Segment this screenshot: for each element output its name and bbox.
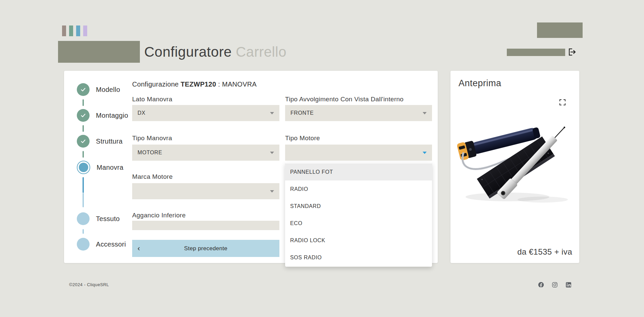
chevron-down-icon [270, 152, 274, 154]
social-links [538, 282, 572, 288]
menu-item-radio-lock[interactable]: RADIO LOCK [285, 232, 432, 249]
configuration-code: TEZWP120 [181, 81, 216, 88]
chevron-down-icon [423, 152, 427, 154]
step-connector [83, 151, 84, 158]
configuration-heading: Configurazione TEZWP120 : MANOVRA [132, 81, 257, 88]
sidebar-item-struttura[interactable]: Struttura [77, 135, 122, 148]
step-connector [83, 125, 84, 132]
configurator-page: Configuratore Carrello Modello Montaggio [0, 0, 644, 317]
logo-bars-icon [62, 25, 87, 36]
chevron-down-icon [423, 112, 427, 114]
tipo-motore-select[interactable] [285, 145, 432, 161]
check-icon [80, 112, 87, 119]
page-title-secondary: Carrello [236, 44, 286, 60]
menu-item-pannello-fot[interactable]: PANNELLO FOT [285, 163, 432, 180]
linkedin-icon[interactable] [566, 282, 572, 288]
step-label: Struttura [96, 138, 122, 145]
aggancio-inferiore-label: Aggancio Inferiore [132, 212, 279, 219]
step-label: Tessuto [96, 215, 120, 223]
tipo-avvolgimento-label: Tipo Avvolgimento Con Vista Dall'interno [285, 96, 432, 103]
step-connector [83, 229, 84, 234]
tipo-manovra-select[interactable]: MOTORE [132, 145, 279, 161]
check-icon [80, 138, 87, 145]
lato-manovra-select[interactable]: DX [132, 105, 279, 121]
step-active-circle [77, 161, 90, 174]
sidebar-item-accessori[interactable]: Accessori [77, 238, 126, 251]
sidebar-item-montaggio[interactable]: Montaggio [77, 109, 128, 122]
lato-manovra-label: Lato Manovra [132, 96, 279, 103]
preview-title: Anteprima [459, 78, 501, 89]
preview-card: Anteprima [450, 71, 579, 263]
sidebar-item-tessuto[interactable]: Tessuto [77, 212, 120, 225]
step-connector [83, 193, 84, 207]
step-completed-circle [77, 83, 90, 96]
step-label: Manovra [97, 164, 123, 171]
step-label: Montaggio [96, 112, 128, 119]
logo-placeholder [58, 41, 140, 63]
sidebar-item-manovra[interactable]: Manovra [77, 161, 123, 174]
step-upcoming-circle [77, 212, 90, 225]
step-precedente-button[interactable]: ‹ Step precedente [132, 240, 279, 257]
instagram-icon[interactable] [552, 282, 558, 288]
check-icon [80, 86, 87, 93]
chevron-left-icon: ‹ [138, 244, 140, 253]
step-completed-circle [77, 135, 90, 148]
step-completed-circle [77, 109, 90, 122]
tipo-motore-dropdown-menu: PANNELLO FOT RADIO STANDARD ECO RADIO LO… [285, 163, 432, 267]
copyright-text: ©2024 - CliqueSRL [69, 282, 109, 287]
sidebar-item-modello[interactable]: Modello [77, 83, 120, 96]
fullscreen-icon[interactable] [559, 99, 566, 106]
marca-motore-select[interactable] [132, 183, 279, 199]
page-title-primary: Configuratore [144, 44, 232, 60]
tipo-motore-label: Tipo Motore [285, 135, 432, 142]
step-connector [83, 177, 84, 193]
page-title: Configuratore Carrello [144, 41, 286, 63]
configurator-card: Modello Montaggio Struttura Manovra Tess… [64, 71, 438, 263]
username-placeholder [507, 49, 565, 56]
price-text: da €1535 + iva [517, 247, 572, 257]
step-connector [83, 99, 84, 106]
logout-icon[interactable] [567, 47, 577, 57]
chevron-down-icon [270, 190, 274, 193]
step-label: Accessori [96, 241, 126, 248]
header-button-placeholder[interactable] [537, 22, 583, 38]
tipo-avvolgimento-select[interactable]: FRONTE [285, 105, 432, 121]
menu-item-sos-radio[interactable]: SOS RADIO [285, 249, 432, 266]
menu-item-standard[interactable]: STANDARD [285, 198, 432, 215]
step-label: Modello [96, 86, 120, 94]
tipo-manovra-label: Tipo Manovra [132, 135, 279, 142]
chevron-down-icon [270, 112, 274, 114]
facebook-icon[interactable] [538, 282, 544, 288]
menu-item-eco[interactable]: ECO [285, 215, 432, 232]
menu-item-radio[interactable]: RADIO [285, 180, 432, 198]
marca-motore-label: Marca Motore [132, 173, 279, 180]
aggancio-inferiore-field[interactable] [132, 221, 279, 230]
step-upcoming-circle [77, 238, 90, 251]
product-image [457, 117, 573, 209]
